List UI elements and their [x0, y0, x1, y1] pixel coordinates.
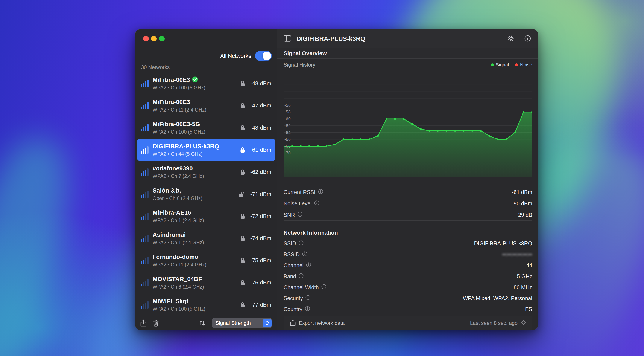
last-seen-label: Last seen 8 sec. ago — [470, 320, 518, 326]
network-details: WPA2 • Ch 11 (2.4 GHz) — [153, 107, 206, 113]
network-details: WPA2 • Ch 7 (2.4 GHz) — [153, 173, 204, 179]
share-button[interactable] — [140, 319, 146, 327]
row-label: Band — [284, 273, 296, 279]
lock-icon — [240, 147, 245, 153]
sidebar-toolbar: Signal Strength — [136, 316, 277, 330]
network-count: 30 Networks — [141, 64, 170, 70]
last-seen-status: Last seen 8 sec. ago — [470, 319, 526, 327]
row-label: BSSID — [284, 251, 300, 258]
network-list-item[interactable]: MOVISTAR_04BF WPA2 • Ch 6 (2.4 GHz) -76 … — [137, 271, 275, 294]
section-title: Signal Overview — [284, 50, 327, 57]
network-list-item[interactable]: Asindromai WPA2 • Ch 1 (2.4 GHz) -74 dBm — [137, 227, 275, 249]
network-list-item[interactable]: Salón 3.b, Open • Ch 6 (2.4 GHz) -71 dBm — [137, 183, 275, 205]
network-name: vodafone9390 — [153, 165, 193, 172]
detail-header: DIGIFIBRA-PLUS-k3RQ — [277, 30, 538, 48]
network-rssi: -76 dBm — [248, 279, 271, 286]
legend-noise: Noise — [515, 62, 532, 68]
sidebar-toggle-icon[interactable] — [284, 35, 291, 43]
settings-gear-icon[interactable] — [507, 35, 514, 43]
row-label: Security — [284, 295, 303, 301]
info-icon[interactable] — [298, 212, 302, 218]
network-list-item[interactable]: DIGIFIBRA-PLUS-k3RQ WPA2 • Ch 44 (5 GHz)… — [137, 139, 275, 161]
info-icon[interactable] — [305, 306, 310, 312]
info-icon[interactable] — [306, 262, 311, 268]
lock-icon — [240, 213, 245, 220]
svg-text:-64: -64 — [284, 130, 291, 135]
row-label: Noise Level — [284, 200, 312, 207]
lock-icon — [240, 302, 245, 308]
network-list-item[interactable]: vodafone9390 WPA2 • Ch 7 (2.4 GHz) -62 d… — [137, 161, 275, 183]
row-label: Channel — [284, 262, 304, 268]
network-name: MiFibra-00E3 — [153, 99, 190, 106]
legend-noise-label: Noise — [520, 62, 532, 68]
lock-icon — [240, 80, 245, 87]
row-value: WPA Mixed, WPA2, Personal — [463, 295, 532, 301]
signal-strength-icon — [140, 146, 149, 154]
network-info-list: SSID DIGIFIBRA-PLUS-k3RQ BSSID ••:••:••:… — [284, 238, 532, 315]
network-rssi: -48 dBm — [248, 124, 271, 131]
export-label: Export network data — [299, 320, 344, 326]
signal-strength-icon — [140, 191, 149, 198]
network-name: MiFibra-00E3-5G — [153, 121, 200, 128]
signal-strength-icon — [140, 301, 149, 308]
network-rssi: -61 dBm — [248, 147, 271, 153]
lock-icon — [240, 235, 245, 242]
dropdown-stepper-icon — [263, 319, 272, 327]
export-network-data-button[interactable]: Export network data — [290, 320, 344, 326]
scanning-spinner-icon — [520, 319, 526, 327]
data-row: SNR 29 dB — [284, 209, 532, 221]
sort-direction-icon[interactable] — [199, 320, 206, 326]
info-icon[interactable] — [302, 251, 307, 258]
network-name: DIGIFIBRA-PLUS-k3RQ — [153, 143, 219, 150]
toggle-knob — [262, 52, 271, 60]
network-list-item[interactable]: MiFibra-00E3-5G WPA2 • Ch 100 (5 GHz) -4… — [137, 117, 275, 139]
network-list-item[interactable]: MiFibra-00E3 WPA2 • Ch 100 (5 GHz) -48 d… — [137, 72, 275, 95]
row-label: SSID — [284, 240, 296, 247]
network-list-item[interactable]: MiFibra-00E3 WPA2 • Ch 11 (2.4 GHz) -47 … — [137, 95, 275, 117]
lock-icon — [240, 103, 245, 109]
data-row: Noise Level -90 dBm — [284, 198, 532, 209]
detail-content: Signal History Signal Noise -56-58-60-62… — [277, 59, 538, 330]
detail-pane: DIGIFIBRA-PLUS-k3RQ Signal Overview Sign… — [277, 30, 538, 330]
row-value: 44 — [526, 262, 532, 268]
info-icon[interactable] — [321, 284, 326, 290]
close-button[interactable] — [143, 36, 149, 42]
network-details: WPA2 • Ch 11 (2.4 GHz) — [153, 262, 206, 268]
network-list-item[interactable]: MiFibra-AE16 WPA2 • Ch 1 (2.4 GHz) -72 d… — [137, 205, 275, 227]
signal-strength-icon — [140, 279, 149, 286]
section-signal-overview: Signal Overview — [277, 48, 538, 59]
data-row: Current RSSI -61 dBm — [284, 186, 532, 198]
network-rssi: -47 dBm — [248, 102, 271, 109]
sort-dropdown-value: Signal Strength — [212, 320, 263, 326]
signal-history-label: Signal History — [284, 62, 315, 68]
network-name: MiFibra-00E3 — [153, 77, 190, 83]
row-value-redacted: ••:••:••:••:••:•• — [502, 251, 532, 258]
zoom-button[interactable] — [159, 36, 165, 42]
wifi-scanner-window: All Networks 30 Networks MiFibra-00E3 WP… — [135, 29, 538, 330]
network-details: WPA2 • Ch 44 (5 GHz) — [153, 151, 219, 157]
sort-dropdown[interactable]: Signal Strength — [212, 318, 272, 328]
network-name: Salón 3.b, — [153, 187, 181, 194]
network-list-item[interactable]: MIWIFI_Skqf WPA2 • Ch 100 (5 GHz) -77 dB… — [137, 294, 275, 316]
network-rssi: -77 dBm — [248, 301, 271, 308]
info-icon[interactable] — [318, 189, 323, 195]
info-icon[interactable] — [314, 200, 319, 207]
header-separator — [519, 36, 519, 42]
row-value: DIGIFIBRA-PLUS-k3RQ — [474, 240, 532, 247]
signal-history-row: Signal History Signal Noise — [284, 59, 532, 71]
signal-strength-icon — [140, 213, 149, 220]
info-circle-icon[interactable] — [524, 35, 531, 43]
delete-button[interactable] — [153, 319, 159, 327]
info-icon[interactable] — [298, 273, 304, 279]
network-name: Asindromai — [153, 231, 186, 238]
all-networks-toggle[interactable] — [255, 51, 272, 61]
network-details: Open • Ch 6 (2.4 GHz) — [153, 195, 202, 201]
info-icon[interactable] — [306, 295, 310, 301]
network-name: MOVISTAR_04BF — [153, 276, 202, 282]
minimize-button[interactable] — [151, 36, 157, 42]
info-icon[interactable] — [298, 240, 304, 247]
all-networks-row: All Networks — [220, 51, 272, 61]
section-network-information: Network Information — [284, 227, 532, 238]
signal-strength-icon — [140, 124, 149, 132]
network-list-item[interactable]: Fernando-domo WPA2 • Ch 11 (2.4 GHz) -75… — [137, 249, 275, 271]
